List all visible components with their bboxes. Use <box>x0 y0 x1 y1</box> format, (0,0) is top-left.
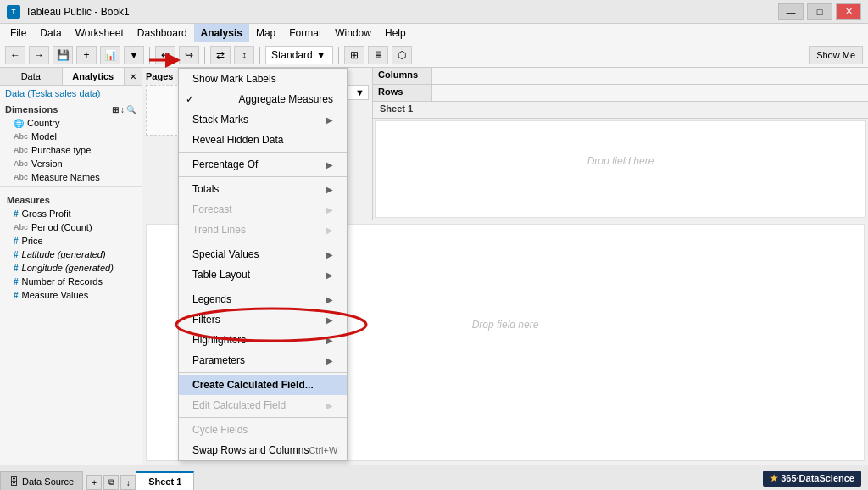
grid-button[interactable]: ⊞ <box>344 46 364 64</box>
menu-percentage-of[interactable]: Percentage Of ▶ <box>179 154 347 175</box>
menu-forecast: Forecast ▶ <box>179 199 347 220</box>
menu-file[interactable]: File <box>3 24 33 42</box>
divider-1 <box>179 152 347 153</box>
menu-show-mark-labels[interactable]: Show Mark Labels <box>179 69 347 89</box>
sort-icon[interactable]: ↕ <box>120 105 125 114</box>
menu-reveal-hidden[interactable]: Reveal Hidden Data <box>179 130 347 150</box>
measure-latitude-label: Latitude (generated) <box>22 249 106 259</box>
menu-aggregate-measures[interactable]: ✓ Aggregate Measures <box>179 89 347 109</box>
abc-icon3: Abc <box>14 159 28 168</box>
separator <box>149 47 150 64</box>
minimize-button[interactable]: — <box>778 3 804 20</box>
dimension-measure-names-label: Measure Names <box>31 172 100 182</box>
show-me-button[interactable]: Show Me <box>809 46 863 64</box>
measure-records[interactable]: # Number of Records <box>0 275 142 288</box>
hash-icon2: # <box>14 237 19 246</box>
menu-stack-marks[interactable]: Stack Marks ▶ <box>179 109 347 130</box>
dimension-model[interactable]: Abc Model <box>0 130 142 143</box>
abc-icon2: Abc <box>14 146 28 154</box>
abc-icon4: Abc <box>14 173 28 181</box>
swap-button[interactable]: ⇄ <box>210 46 231 64</box>
menu-help[interactable]: Help <box>378 24 413 42</box>
swap-shortcut: Ctrl+W <box>309 445 337 455</box>
edit-calc-label: Edit Calculated Field <box>192 399 286 411</box>
rows-drop-area[interactable] <box>432 85 868 101</box>
sidebar-tab-analytics[interactable]: Analytics <box>63 68 125 85</box>
menu-legends[interactable]: Legends ▶ <box>179 289 347 309</box>
submenu-arrow-forecast: ▶ <box>326 205 333 214</box>
menu-totals[interactable]: Totals ▶ <box>179 179 347 199</box>
menu-filters-sub[interactable]: Filters ▶ <box>179 309 347 330</box>
forward-button[interactable]: → <box>29 46 49 64</box>
menu-special-values[interactable]: Special Values ▶ <box>179 244 347 264</box>
down-arrow-button[interactable]: ↓ <box>120 475 136 490</box>
sheet1-tab[interactable]: Sheet 1 <box>136 471 194 490</box>
submenu-arrow-special: ▶ <box>326 250 333 259</box>
menu-worksheet[interactable]: Worksheet <box>69 24 131 42</box>
divider-4 <box>179 287 347 287</box>
measure-period[interactable]: Abc Period (Count) <box>0 220 142 234</box>
menu-swap-rows-columns[interactable]: Swap Rows and Columns Ctrl+W <box>179 440 347 460</box>
monitor-button[interactable]: 🖥 <box>368 46 388 64</box>
rows-header: Rows <box>373 85 868 102</box>
data-source-link[interactable]: Data (Tesla sales data) <box>0 86 142 101</box>
measure-values-label: Measure Values <box>22 290 89 300</box>
sidebar-close-icon[interactable]: ✕ <box>125 68 142 85</box>
dimension-purchase-type[interactable]: Abc Purchase type <box>0 143 142 157</box>
add-icon[interactable]: 🔍 <box>126 105 136 114</box>
measure-latitude[interactable]: # Latitude (generated) <box>0 248 142 261</box>
undo-button[interactable]: ↩ <box>155 46 175 64</box>
submenu-arrow-highlighters: ▶ <box>326 336 333 345</box>
columns-drop-area[interactable] <box>432 68 868 84</box>
measure-price-label: Price <box>22 236 43 246</box>
menu-map[interactable]: Map <box>249 24 282 42</box>
hash-icon3: # <box>14 250 19 259</box>
share-button[interactable]: ⬡ <box>392 46 412 64</box>
menu-data[interactable]: Data <box>33 24 68 42</box>
sheet-label: Sheet 1 <box>373 102 868 119</box>
maximize-button[interactable]: □ <box>807 3 832 20</box>
menu-dashboard[interactable]: Dashboard <box>131 24 194 42</box>
save-button[interactable]: 💾 <box>53 46 73 64</box>
dropdown-arrow[interactable]: ▼ <box>124 46 144 64</box>
redo-button[interactable]: ↪ <box>179 46 199 64</box>
dimension-version-label: Version <box>31 159 63 169</box>
measures-section-header: Measures <box>0 192 142 207</box>
new-button[interactable]: + <box>76 46 97 64</box>
menu-table-layout[interactable]: Table Layout ▶ <box>179 264 347 285</box>
dimension-version[interactable]: Abc Version <box>0 157 142 170</box>
new-sheet-button[interactable]: + <box>86 475 102 490</box>
dimension-measure-names[interactable]: Abc Measure Names <box>0 170 142 184</box>
dup-sheet-button[interactable]: ⧉ <box>103 475 119 490</box>
measures-label: Measures <box>7 195 50 205</box>
rows-label: Rows <box>373 85 432 101</box>
sidebar-tab-data[interactable]: Data <box>0 68 63 85</box>
measure-longitude[interactable]: # Longitude (generated) <box>0 261 142 275</box>
close-button[interactable]: ✕ <box>836 3 861 20</box>
menu-create-calculated-field[interactable]: Create Calculated Field... <box>179 375 347 395</box>
main-layout: Data Analytics ✕ Data (Tesla sales data)… <box>0 68 868 465</box>
submenu-arrow-table: ▶ <box>326 270 333 280</box>
measure-gross-profit[interactable]: # Gross Profit <box>0 207 142 220</box>
swap-rows-label: Swap Rows and Columns <box>192 444 309 456</box>
menu-analysis[interactable]: Analysis <box>194 24 249 42</box>
menu-cycle-fields: Cycle Fields <box>179 420 347 440</box>
sort-button[interactable]: ↕ <box>234 46 254 64</box>
back-button[interactable]: ← <box>5 46 25 64</box>
canvas-area[interactable]: Drop field here <box>375 120 866 218</box>
trend-lines-label: Trend Lines <box>192 224 246 236</box>
measure-price[interactable]: # Price <box>0 234 142 248</box>
menu-parameters[interactable]: Parameters ▶ <box>179 350 347 370</box>
grid-icon[interactable]: ⊞ <box>112 105 119 114</box>
db-icon: 🗄 <box>9 476 19 487</box>
measure-values[interactable]: # Measure Values <box>0 288 142 302</box>
drop-field-bottom: Drop field here <box>472 319 539 331</box>
menu-window[interactable]: Window <box>328 24 378 42</box>
data-source-tab[interactable]: 🗄 Data Source <box>0 471 83 490</box>
menu-highlighters[interactable]: Highlighters ▶ <box>179 330 347 350</box>
menu-format[interactable]: Format <box>282 24 328 42</box>
dimension-country[interactable]: 🌐 Country <box>0 116 142 130</box>
standard-dropdown[interactable]: Standard ▼ <box>265 46 333 64</box>
chart-button[interactable]: 📊 <box>100 46 120 64</box>
sidebar: Data Analytics ✕ Data (Tesla sales data)… <box>0 68 142 465</box>
